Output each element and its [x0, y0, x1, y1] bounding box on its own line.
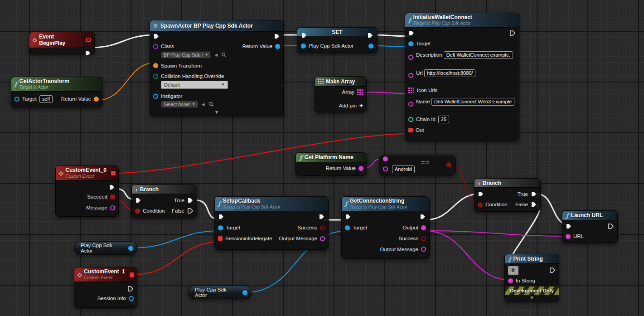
false-exec-pin[interactable] [531, 201, 537, 208]
chain-id-pin[interactable] [408, 117, 413, 122]
node-getplatformname[interactable]: ƒ Get Platform Name Return Value [295, 152, 367, 176]
node-customevent-1[interactable]: ◇ CustomEvent_1 Custom Event Session Inf… [74, 267, 137, 308]
output-pin[interactable] [421, 225, 426, 230]
exec-in-pin[interactable] [566, 223, 572, 229]
expand-node-arrow[interactable]: ▼ [505, 296, 559, 300]
browse-icon[interactable] [208, 102, 214, 107]
node-set-playcppsdkactor[interactable]: SET Play Cpp Sdk Actor [297, 27, 378, 53]
exec-in-pin[interactable] [301, 32, 307, 39]
description-field[interactable]: Defi WalletConnect example. [444, 51, 513, 59]
class-pin[interactable] [153, 44, 158, 49]
node-branch-1[interactable]: ‹ Branch True Condition False [131, 185, 197, 218]
node-getconnectionstring[interactable]: ƒ GetConnectionString Target is Play Cpp… [341, 196, 430, 259]
target-pin[interactable] [218, 225, 223, 230]
blueprint-graph-canvas[interactable]: ◇ Event BeginPlay ƒ GetActorTransform Ta… [0, 0, 644, 316]
true-exec-pin[interactable] [187, 197, 194, 204]
exec-in-pin[interactable] [345, 214, 351, 220]
equal-result-pin[interactable] [446, 162, 451, 167]
varget-playcppsdkactor-1[interactable]: Play Cpp Sdk Actor [74, 241, 137, 255]
exec-out-pin[interactable] [319, 214, 325, 220]
array-output-pin[interactable] [357, 89, 363, 95]
exec-out-pin[interactable] [420, 214, 426, 220]
return-value-pin[interactable] [94, 97, 99, 102]
value-out-pin[interactable] [128, 246, 133, 251]
node-getactortransform[interactable]: ƒ GetActorTransform Target is Actor Targ… [11, 77, 102, 107]
output-message-pin[interactable] [320, 236, 325, 241]
exec-in-pin[interactable] [510, 267, 517, 273]
false-exec-pin[interactable] [187, 208, 194, 214]
icon-urls-pin[interactable] [408, 88, 414, 93]
delegate-pin[interactable] [130, 272, 134, 277]
exec-in-pin[interactable] [478, 191, 484, 197]
exec-in-pin[interactable] [218, 214, 224, 220]
exec-out-pin[interactable] [85, 50, 91, 56]
url-pin[interactable] [566, 234, 571, 239]
instigator-pin[interactable] [153, 94, 158, 99]
success-pin[interactable] [421, 236, 426, 241]
return-value-pin[interactable] [275, 44, 280, 49]
chain-id-field[interactable]: 25 [438, 116, 449, 123]
return-value-pin[interactable] [358, 166, 363, 171]
exec-out-pin[interactable] [608, 223, 614, 229]
node-spawnactor[interactable]: ⚙ SpawnActor BP Play Cpp Sdk Actor Class… [150, 20, 284, 116]
true-exec-pin[interactable] [531, 191, 537, 197]
spawn-transform-pin[interactable] [153, 63, 158, 68]
collision-dropdown[interactable]: Default▼ [161, 81, 228, 89]
collision-override-pin[interactable] [153, 74, 158, 79]
target-pin[interactable] [408, 41, 413, 46]
expand-node-arrow[interactable]: ▼ [150, 110, 283, 115]
exec-out-pin[interactable] [549, 267, 556, 273]
exec-in-pin[interactable] [135, 197, 141, 204]
node-make-array[interactable]: Make Array Array Add pin + [315, 76, 367, 112]
node-customevent-0[interactable]: ◇ CustomEvent_0 Custom Event Succeed Mes… [55, 165, 119, 217]
browse-icon[interactable] [221, 52, 227, 58]
exec-out-pin[interactable] [109, 184, 115, 190]
message-pin[interactable] [110, 205, 115, 210]
target-pin[interactable] [345, 225, 350, 230]
condition-pin[interactable] [135, 209, 140, 214]
sessioninfodelegate-pin[interactable] [218, 236, 223, 241]
node-initializewalletconnect[interactable]: ƒ InitializeWalletConnect Target is Play… [405, 13, 519, 141]
node-setupcallback[interactable]: ƒ SetupCallback Target is Play Cpp Sdk A… [214, 196, 329, 250]
session-info-pin[interactable] [129, 296, 134, 301]
class-dropdown[interactable]: BP Play Cpp Sdk /▼ [161, 51, 211, 58]
node-print-string[interactable]: ƒ Print String In String Development Onl… [504, 254, 559, 301]
node-launch-url[interactable]: ƒ Launch URL URL [562, 210, 618, 243]
name-field[interactable]: Defi WalletConnect Web3 Example [431, 98, 514, 106]
delegate-pin[interactable] [111, 171, 116, 175]
output-message-pin[interactable] [421, 247, 426, 252]
in-string-pin[interactable] [508, 278, 513, 283]
target-pin[interactable] [15, 97, 19, 102]
node-equal-string[interactable]: Android == [379, 155, 456, 175]
value-out-pin[interactable] [368, 44, 373, 49]
target-value-field[interactable]: self [39, 95, 53, 103]
exec-out-pin[interactable] [274, 33, 280, 39]
node-branch-2[interactable]: ‹ Branch True Condition False [474, 178, 541, 212]
use-selected-icon[interactable]: ◄ [213, 52, 218, 58]
delegate-pin[interactable] [86, 38, 91, 42]
exec-in-pin[interactable] [408, 30, 415, 36]
use-selected-icon[interactable]: ◄ [201, 102, 206, 107]
description-pin[interactable] [408, 55, 413, 60]
out-delegate-pin[interactable] [408, 128, 413, 132]
succeed-pin[interactable] [110, 194, 115, 199]
url-pin[interactable] [408, 73, 413, 78]
exec-in-pin[interactable] [153, 33, 160, 39]
exec-out-pin[interactable] [367, 32, 373, 39]
value-in-pin[interactable] [301, 44, 306, 49]
value-out-pin[interactable] [242, 290, 247, 295]
exec-out-pin[interactable] [509, 30, 516, 36]
exec-out-pin[interactable] [127, 286, 134, 292]
equal-input-b-pin[interactable] [383, 166, 388, 171]
condition-pin[interactable] [478, 202, 483, 207]
node-event-beginplay[interactable]: ◇ Event BeginPlay [29, 32, 95, 54]
add-pin-button[interactable]: + [359, 102, 363, 109]
name-pin[interactable] [408, 102, 413, 107]
exec-in-box[interactable] [508, 266, 518, 275]
equal-input-a-pin[interactable] [383, 156, 388, 161]
instigator-dropdown[interactable]: Select Asset▼ [161, 101, 198, 108]
success-pin[interactable] [320, 225, 325, 230]
compare-value-field[interactable]: Android [392, 165, 415, 173]
varget-playcppsdkactor-2[interactable]: Play Cpp Sdk Actor [188, 286, 252, 299]
url-field[interactable]: http://localhost:8080/ [424, 69, 476, 77]
